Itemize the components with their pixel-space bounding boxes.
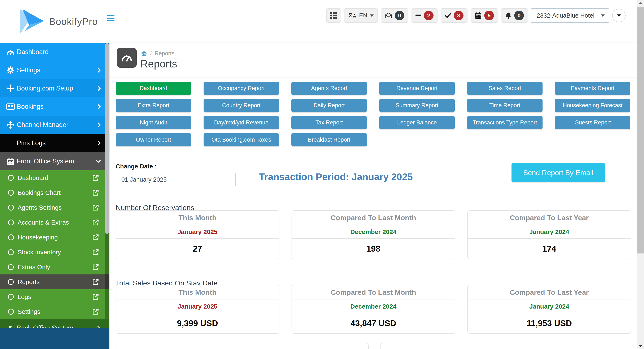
report-button-revenue-report[interactable]: Revenue Report (379, 82, 455, 95)
messages-button[interactable]: 0 (381, 8, 408, 23)
language-label: EN (359, 12, 367, 19)
newspaper-icon (6, 103, 15, 110)
external-link-icon[interactable] (92, 249, 99, 256)
sidebar-item-bookings[interactable]: Bookings (0, 97, 110, 116)
stat-card-header: Compared To Last Month (292, 211, 455, 225)
chevron-right-icon (97, 122, 101, 128)
submenu-item-housekeeping[interactable]: Housekeeping (0, 230, 110, 245)
submenu-item-accounts-extras[interactable]: Accounts & Extras (0, 215, 110, 230)
move-icon (6, 84, 15, 92)
change-date-input[interactable] (116, 173, 236, 186)
page-scrollbar[interactable] (637, 0, 644, 349)
brand-logo[interactable]: BookifyPro (19, 8, 98, 35)
external-link-icon[interactable] (92, 174, 99, 181)
sidebar-item-booking-com-setup[interactable]: Booking.com Setup (0, 79, 110, 97)
external-link-icon[interactable] (92, 308, 99, 315)
breadcrumb-dashboard-icon[interactable] (141, 51, 147, 56)
sidebar-item-front-office-system[interactable]: Front Office System (0, 152, 110, 170)
sidebar-item-dashboard[interactable]: Dashboard (0, 43, 110, 61)
pending-tasks-button[interactable]: 2 (412, 8, 438, 23)
scroll-up-arrow-icon[interactable] (638, 2, 642, 4)
check-icon (445, 12, 451, 18)
main-content: / Reports Reports DashboardOccupancy Rep… (110, 43, 637, 349)
stat-card-month: December 2024 (292, 300, 455, 313)
calendar-icon (6, 157, 15, 165)
external-link-icon[interactable] (92, 264, 99, 271)
report-button-guests-report[interactable]: Guests Report (555, 116, 630, 129)
apps-grid-button[interactable] (326, 8, 341, 23)
report-button-breakfast-report[interactable]: Breakfast Report (292, 133, 367, 146)
report-button-tax-report[interactable]: Tax Report (292, 116, 367, 129)
change-date-label: Change Date : (116, 163, 156, 170)
report-button-night-audit[interactable]: Night Audit (116, 116, 191, 129)
stat-card-header: This Month (116, 285, 279, 300)
submenu-item-extras-only[interactable]: Extras Only (0, 260, 110, 274)
circle-icon (8, 249, 14, 255)
report-button-ledger-balance[interactable]: Ledger Balance (379, 116, 455, 129)
bottom-panel-left (116, 343, 368, 349)
caret-down-icon (370, 14, 374, 17)
hamburger-menu-icon[interactable] (107, 15, 114, 21)
sidebar-item-settings[interactable]: Settings (0, 61, 110, 79)
report-button-occupancy-report[interactable]: Occupancy Report (204, 82, 279, 95)
report-button-sales-report[interactable]: Sales Report (467, 82, 542, 95)
calendar-events-button[interactable]: 5 (471, 8, 498, 23)
bell-icon (505, 12, 512, 19)
report-button-time-report[interactable]: Time Report (467, 99, 542, 112)
brand-name: BookifyPro (49, 16, 98, 27)
circle-icon (8, 279, 14, 285)
report-button-day-mtd-ytd-revenue[interactable]: Day/mtd/ytd Revenue (204, 116, 279, 129)
external-link-icon[interactable] (92, 204, 99, 211)
circle-icon (8, 205, 14, 211)
submenu-item-reports[interactable]: Reports (0, 274, 110, 289)
report-button-agents-report[interactable]: Agents Report (292, 82, 367, 95)
pending-count-badge: 2 (424, 11, 434, 20)
external-link-icon[interactable] (92, 219, 99, 226)
stat-card-value: 11,953 USD (468, 313, 631, 333)
report-button-payments-report[interactable]: Payments Report (555, 82, 630, 95)
report-button-country-report[interactable]: Country Report (204, 99, 279, 112)
external-link-icon[interactable] (92, 278, 99, 286)
circle-icon (8, 309, 14, 315)
sidebar-scrollbar-thumb[interactable] (105, 43, 109, 234)
breadcrumb: / Reports (141, 50, 174, 57)
report-button-owner-report[interactable]: Owner Report (116, 133, 191, 146)
grid-icon (330, 12, 337, 19)
circle-icon (8, 294, 14, 300)
report-button-housekeeping-forecast[interactable]: Housekeeping Forecast (555, 99, 630, 112)
language-selector[interactable]: A EN (344, 8, 378, 23)
sidebar-item-pms-logs[interactable]: Pms Logs (0, 134, 110, 152)
report-button-summary-report[interactable]: Summary Report (379, 99, 455, 112)
approvals-button[interactable]: 3 (441, 8, 468, 23)
stat-card-value: 174 (468, 239, 631, 259)
hotel-select[interactable]: 2332-AquaBlue Hotel (531, 8, 609, 23)
submenu-item-settings[interactable]: Settings (0, 304, 110, 319)
submenu-item-dashboard[interactable]: Dashboard (0, 170, 110, 185)
scroll-down-arrow-icon[interactable] (638, 345, 642, 347)
report-button-daily-report[interactable]: Daily Report (292, 99, 367, 112)
sidebar-item-channel-manager[interactable]: Channel Manager (0, 116, 110, 134)
external-link-icon[interactable] (92, 189, 99, 196)
external-link-icon[interactable] (92, 293, 99, 300)
user-menu-button[interactable] (612, 9, 626, 22)
gear-icon (6, 66, 15, 74)
page-header: / Reports Reports (110, 43, 637, 78)
external-link-icon[interactable] (92, 234, 99, 241)
minus-icon (416, 14, 421, 16)
stat-card-header: This Month (116, 211, 279, 225)
report-button-ota-booking-com-taxes[interactable]: Ota Booking.com Taxes (204, 133, 279, 146)
submenu-item-agents-settings[interactable]: Agents Settings (0, 200, 110, 215)
sidebar-scrollbar[interactable] (105, 43, 110, 319)
stat-card-month: December 2024 (292, 225, 455, 239)
report-button-dashboard[interactable]: Dashboard (116, 82, 191, 95)
report-button-extra-report[interactable]: Extra Report (116, 99, 191, 112)
chevron-right-icon (97, 140, 101, 146)
svg-text:A: A (353, 13, 356, 19)
notifications-button[interactable]: 0 (501, 8, 528, 23)
page-scrollbar-thumb[interactable] (637, 7, 644, 254)
send-report-email-button[interactable]: Send Report By Email (512, 163, 605, 182)
submenu-item-stock-inventory[interactable]: Stock Inventory (0, 245, 110, 260)
submenu-item-bookings-chart[interactable]: Bookings Chart (0, 185, 110, 200)
report-button-transactions-type-report[interactable]: Transactions Type Report (467, 116, 542, 129)
submenu-item-logs[interactable]: Logs (0, 289, 110, 304)
